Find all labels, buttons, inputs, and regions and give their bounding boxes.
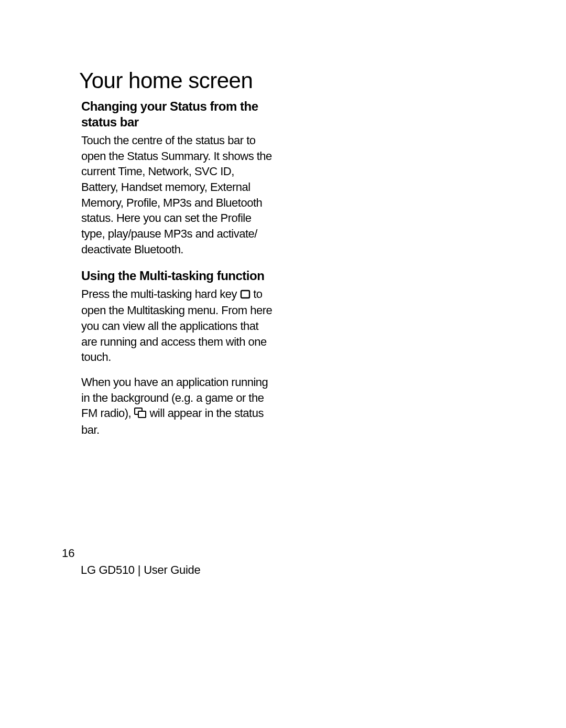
footer-model: LG GD510 <box>81 563 135 576</box>
footer-text: LG GD510|User Guide <box>81 563 200 577</box>
page-footer: 16 LG GD510|User Guide <box>62 547 200 577</box>
background-app-icon <box>134 406 147 422</box>
footer-divider: | <box>138 563 140 576</box>
body-paragraph: Touch the centre of the status bar to op… <box>81 133 273 258</box>
svg-rect-0 <box>241 291 249 298</box>
text-run: Press the multi-tasking hard key <box>81 287 240 301</box>
body-paragraph: When you have an application running in … <box>81 374 273 438</box>
page-content: Your home screen Changing your Status fr… <box>81 68 273 438</box>
page-title: Your home screen <box>79 68 273 93</box>
body-paragraph: Press the multi-tasking hard key to open… <box>81 286 273 365</box>
section-heading: Changing your Status from the status bar <box>81 99 273 130</box>
section-status-bar: Changing your Status from the status bar… <box>81 99 273 258</box>
svg-rect-2 <box>138 411 146 417</box>
footer-doc-type: User Guide <box>144 563 200 576</box>
section-multitasking: Using the Multi-tasking function Press t… <box>81 268 273 438</box>
page-number: 16 <box>62 547 200 560</box>
section-heading: Using the Multi-tasking function <box>81 268 273 284</box>
multitask-key-icon <box>240 287 251 303</box>
